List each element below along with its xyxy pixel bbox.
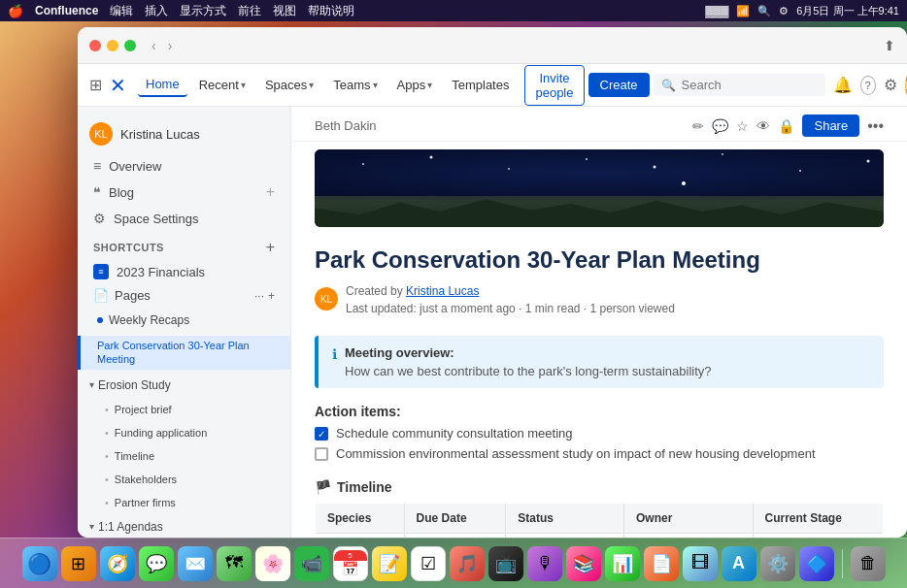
star-icon[interactable]: ☆ xyxy=(736,118,749,134)
restrict-icon[interactable]: 🔒 xyxy=(778,118,794,134)
bullet-partner-firms: • xyxy=(105,497,109,508)
nav-templates[interactable]: Templates xyxy=(444,74,517,96)
minimize-button[interactable] xyxy=(107,40,118,51)
dock-mail[interactable]: ✉️ xyxy=(178,546,213,581)
forward-arrow[interactable]: › xyxy=(164,36,177,55)
close-button[interactable] xyxy=(89,40,101,51)
nav-home[interactable]: Home xyxy=(138,73,187,97)
control-center-icon[interactable]: ⚙ xyxy=(779,5,789,17)
col-status: Status xyxy=(506,504,624,534)
menu-help[interactable]: 帮助说明 xyxy=(308,3,354,19)
confluence-logo[interactable]: ✕ xyxy=(110,74,126,97)
dock-music[interactable]: 🎵 xyxy=(450,546,485,581)
expand-11-agendas[interactable]: ▾ xyxy=(89,521,94,532)
dock-messages[interactable]: 💬 xyxy=(139,546,174,581)
info-box-text: How can we best contribute to the park's… xyxy=(345,364,712,378)
dock-books[interactable]: 📚 xyxy=(566,546,601,581)
dock-finder[interactable]: 🔵 xyxy=(22,546,57,581)
search-bar[interactable]: 🔍 xyxy=(654,74,825,96)
dock-maps[interactable]: 🗺 xyxy=(217,546,252,581)
apps-grid-icon[interactable]: ⊞ xyxy=(89,76,102,94)
tree-11-agendas[interactable]: ▾ 1:1 Agendas xyxy=(78,514,290,538)
tree-stakeholders[interactable]: • Stakeholders xyxy=(78,468,290,491)
dock-safari[interactable]: 🧭 xyxy=(100,546,135,581)
space-settings-icon: ⚙ xyxy=(93,211,106,226)
action-items-header: Action items: xyxy=(291,396,907,423)
last-updated: Last updated: just a moment ago · 1 min … xyxy=(346,302,675,315)
tree-timeline[interactable]: • Timeline xyxy=(78,444,290,468)
dock-keynote[interactable]: 🎞 xyxy=(683,546,718,581)
svg-point-13 xyxy=(682,181,686,185)
dock-launchpad[interactable]: ⊞ xyxy=(61,546,96,581)
dock-pages[interactable]: 📄 xyxy=(644,546,679,581)
tree-erosion-study[interactable]: ▾ Erosion Study xyxy=(78,373,290,398)
sidebar-blog[interactable]: ❝ Blog + xyxy=(78,179,290,206)
shortcut-financials[interactable]: ≡ 2023 Financials xyxy=(78,260,290,283)
dock-trash[interactable]: 🗑 xyxy=(851,546,886,581)
dock-podcasts[interactable]: 🎙 xyxy=(527,546,562,581)
action-item-2-text: Commission environmental assessment stud… xyxy=(336,446,816,461)
titlebar: ‹ › ⬆ xyxy=(78,27,907,64)
bell-icon[interactable]: 🔔 xyxy=(829,72,857,98)
tree-dot-weekly xyxy=(97,317,103,323)
nav-apps[interactable]: Apps▾ xyxy=(389,74,441,96)
checkbox-checked-1[interactable]: ✓ xyxy=(315,427,328,441)
search-icon-menu[interactable]: 🔍 xyxy=(757,5,771,17)
svg-point-5 xyxy=(722,153,723,155)
sidebar-space-settings[interactable]: ⚙ Space Settings xyxy=(78,206,290,231)
help-icon[interactable]: ? xyxy=(860,76,876,95)
timeline-header: 🏴 Timeline xyxy=(291,472,907,499)
menu-view[interactable]: 视图 xyxy=(273,3,296,19)
expand-erosion[interactable]: ▾ xyxy=(89,379,94,390)
dock-photos[interactable]: 🌸 xyxy=(255,546,290,581)
shortcut-label: 2023 Financials xyxy=(117,265,205,279)
add-blog-icon[interactable]: + xyxy=(266,183,275,201)
menu-edit[interactable]: 编辑 xyxy=(110,3,133,19)
dock-arcast[interactable]: 🔷 xyxy=(799,546,834,581)
menu-insert[interactable]: 插入 xyxy=(145,3,168,19)
navbar: ⊞ ✕ Home Recent▾ Spaces▾ Teams▾ Apps▾ Te… xyxy=(78,64,907,107)
maximize-button[interactable] xyxy=(124,40,136,51)
sidebar-space-settings-label: Space Settings xyxy=(114,212,198,226)
more-options-icon[interactable]: ••• xyxy=(867,117,884,135)
author-name-header: Beth Dakin xyxy=(315,118,377,133)
dock-reminders[interactable]: ☑ xyxy=(411,546,446,581)
dock-numbers[interactable]: 📊 xyxy=(605,546,640,581)
pages-more-icon[interactable]: ··· xyxy=(254,289,264,303)
dock-calendar[interactable]: 5 📅 xyxy=(333,546,368,581)
menu-view-mode[interactable]: 显示方式 xyxy=(180,3,226,19)
pages-add-icon[interactable]: + xyxy=(268,289,275,303)
invite-people-button[interactable]: Invite people xyxy=(524,65,584,106)
checkbox-unchecked-2[interactable] xyxy=(315,447,328,461)
dock-notes[interactable]: 📝 xyxy=(372,546,407,581)
create-button[interactable]: Create xyxy=(588,73,650,97)
share-icon[interactable]: ⬆ xyxy=(884,38,895,53)
nav-recent[interactable]: Recent▾ xyxy=(191,74,253,96)
add-shortcut-icon[interactable]: + xyxy=(266,239,275,256)
tree-weekly-recaps[interactable]: Weekly Recaps xyxy=(78,308,290,333)
nav-teams[interactable]: Teams▾ xyxy=(325,74,385,96)
tree-park-conservation[interactable]: Park Conservation 30-Year Plan Meeting xyxy=(78,333,290,373)
edit-icon[interactable]: ✏ xyxy=(692,118,704,134)
watch-icon[interactable]: 👁 xyxy=(756,118,770,134)
back-arrow[interactable]: ‹ xyxy=(148,36,160,55)
species-table: Species Due Date Status Owner Current St… xyxy=(315,503,884,538)
settings-icon[interactable]: ⚙ xyxy=(880,72,901,98)
tree-partner-firms[interactable]: • Partner firms xyxy=(78,491,290,514)
comment-icon[interactable]: 💬 xyxy=(712,118,728,134)
tree-funding[interactable]: • Funding application xyxy=(78,421,290,444)
dock-tv[interactable]: 📺 xyxy=(488,546,523,581)
apple-logo[interactable]: 🍎 xyxy=(8,4,23,18)
share-button[interactable]: Share xyxy=(802,114,859,137)
search-input[interactable] xyxy=(682,78,818,92)
nav-spaces[interactable]: Spaces▾ xyxy=(257,74,321,96)
bullet-project: • xyxy=(105,404,109,415)
dock-system-preferences[interactable]: ⚙️ xyxy=(760,546,795,581)
menu-goto[interactable]: 前往 xyxy=(238,3,261,19)
dock-facetime[interactable]: 📹 xyxy=(294,546,329,581)
sidebar-overview[interactable]: ≡ Overview xyxy=(78,153,290,179)
tree-project-brief[interactable]: • Project brief xyxy=(78,398,290,421)
app-name[interactable]: Confluence xyxy=(35,4,98,17)
dock-app-store[interactable]: A xyxy=(722,546,756,581)
author-link[interactable]: Kristina Lucas xyxy=(406,284,479,298)
